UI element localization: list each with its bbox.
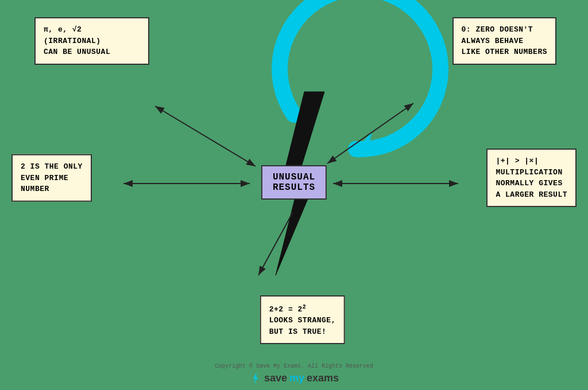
irrational-numbers-box: π, e, √2 (IRRATIONAL)CAN BE UNUSUAL [34, 17, 149, 65]
copyright-text: Copyright © Save My Exams. All Rights Re… [215, 363, 373, 369]
even-prime-box: 2 IS THE ONLYEVEN PRIMENUMBER [11, 154, 92, 202]
equation-box: 2+2 = 22LOOKS STRANGE,BUT IS TRUE! [260, 295, 345, 344]
page-container: π, e, √2 (IRRATIONAL)CAN BE UNUSUAL 0: Z… [0, 0, 588, 390]
brand-logo: save my exams [215, 372, 373, 384]
svg-marker-2 [356, 132, 372, 154]
brand-save-text: save [264, 372, 287, 384]
svg-marker-4 [253, 373, 258, 383]
brand-exams-text: exams [307, 372, 339, 384]
multiplication-box: |+| > |×|MULTIPLICATIONNORMALLY GIVESA L… [486, 149, 577, 207]
footer: Copyright © Save My Exams. All Rights Re… [215, 363, 373, 384]
arrow-to-top-right [327, 103, 413, 163]
multiplication-text: |+| > |×|MULTIPLICATIONNORMALLY GIVESA L… [496, 157, 567, 199]
zero-text: 0: ZERO DOESN'TALWAYS BEHAVELIKE OTHER N… [462, 25, 547, 56]
center-label-text: UNUSUALRESULTS [273, 172, 315, 193]
circle-arrow-group [280, 0, 440, 154]
even-prime-text: 2 IS THE ONLYEVEN PRIMENUMBER [21, 162, 83, 193]
brand-bolt-icon [249, 372, 262, 384]
equation-text: 2+2 = 22LOOKS STRANGE,BUT IS TRUE! [269, 305, 336, 336]
brand-my-text: my [289, 372, 304, 384]
arrow-to-bottom [258, 212, 293, 275]
irrational-text: π, e, √2 (IRRATIONAL)CAN BE UNUSUAL [44, 25, 110, 56]
arrow-to-top-left [155, 106, 256, 166]
zero-box: 0: ZERO DOESN'TALWAYS BEHAVELIKE OTHER N… [452, 17, 556, 65]
center-label-box: UNUSUALRESULTS [261, 165, 327, 200]
